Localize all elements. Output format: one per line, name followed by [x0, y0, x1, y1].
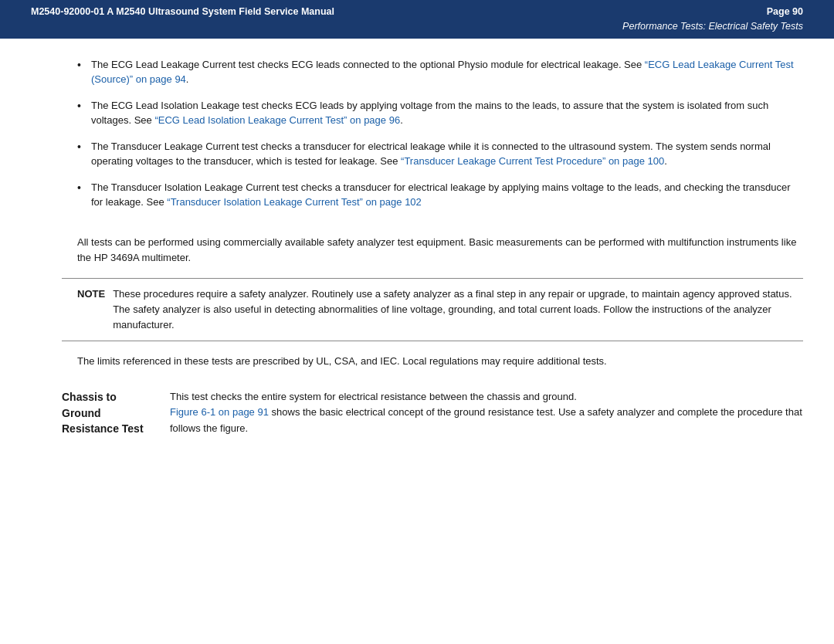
- chassis-content: This test checks the entire system for e…: [170, 389, 803, 436]
- chassis-section: Chassis to Ground Resistance Test This t…: [31, 389, 803, 436]
- figure-link[interactable]: Figure 6-1 on page 91: [170, 406, 269, 418]
- ecg-isolation-link[interactable]: “ECG Lead Isolation Leakage Current Test…: [154, 114, 400, 126]
- list-item: The ECG Lead Isolation Leakage test chec…: [77, 98, 803, 128]
- page-wrapper: M2540-92000-01 A M2540 Ultrasound System…: [0, 0, 834, 644]
- list-item: The Transducer Isolation Leakage Current…: [77, 180, 803, 210]
- limits-paragraph: The limits referenced in these tests are…: [31, 354, 803, 369]
- chassis-label-line2: Ground: [62, 407, 101, 419]
- chassis-label-line3: Resistance Test: [62, 422, 144, 435]
- note-box: NOTE These procedures require a safety a…: [62, 278, 803, 341]
- header-bar: M2540-92000-01 A M2540 Ultrasound System…: [0, 0, 834, 39]
- bullet-text-1a: The ECG Lead Leakage Current test checks…: [91, 59, 645, 70]
- page-subtitle: Performance Tests: Electrical Safety Tes…: [622, 19, 803, 34]
- header-right: Page 90 Performance Tests: Electrical Sa…: [622, 5, 803, 34]
- note-content: These procedures require a safety analyz…: [113, 286, 803, 333]
- chassis-label: Chassis to Ground Resistance Test: [31, 389, 170, 436]
- chassis-label-line1: Chassis to: [62, 391, 117, 403]
- note-label: NOTE: [62, 286, 113, 333]
- chassis-para1: This test checks the entire system for e…: [170, 391, 577, 402]
- list-item: The Transducer Leakage Current test chec…: [77, 139, 803, 169]
- page-number: Page 90: [622, 5, 803, 19]
- list-item: The ECG Lead Leakage Current test checks…: [77, 57, 803, 87]
- bullet-list: The ECG Lead Leakage Current test checks…: [31, 57, 803, 221]
- transducer-leakage-link[interactable]: “Transducer Leakage Current Test Procedu…: [401, 155, 664, 167]
- content-area: The ECG Lead Leakage Current test checks…: [0, 39, 834, 645]
- summary-paragraph: All tests can be performed using commerc…: [31, 235, 803, 266]
- manual-title: M2540-92000-01 A M2540 Ultrasound System…: [31, 6, 334, 17]
- header-left: M2540-92000-01 A M2540 Ultrasound System…: [31, 5, 334, 19]
- transducer-isolation-link[interactable]: “Transducer Isolation Leakage Current Te…: [167, 196, 422, 208]
